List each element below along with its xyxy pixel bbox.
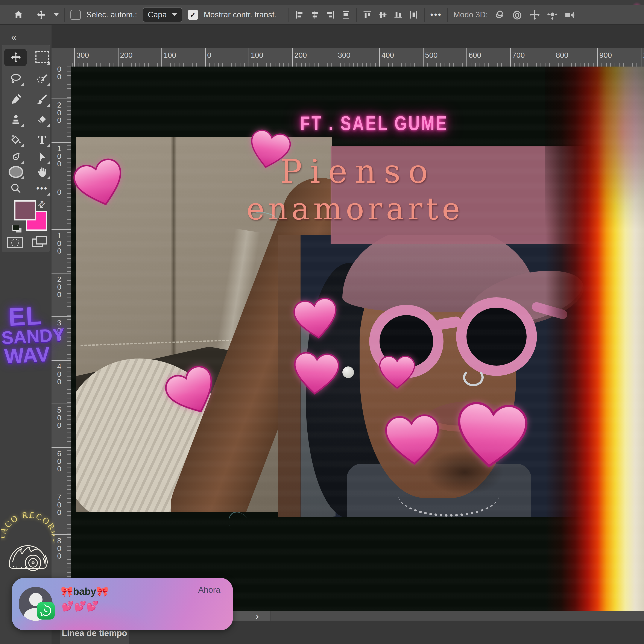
sunglasses-right-lens <box>456 297 537 376</box>
ruler-label: 200 <box>120 51 132 59</box>
ruler-tick <box>52 316 71 317</box>
horizontal-ruler[interactable]: 3002001000100200300400500600700800900100… <box>71 48 644 67</box>
type-tool[interactable]: T <box>34 132 50 148</box>
quick-mask-mode-button[interactable] <box>7 237 23 248</box>
ruler-label: 100 <box>164 51 176 59</box>
ruler-tick <box>466 48 467 67</box>
ruler-tick <box>52 229 71 230</box>
ruler-label: 1 0 0 <box>55 232 64 255</box>
swap-colors-icon[interactable]: ⇄ <box>35 198 48 211</box>
collapse-toolbar-button[interactable]: « <box>11 31 15 43</box>
ruler-label: 6 0 0 <box>55 450 64 473</box>
scratch-mark <box>224 508 254 541</box>
distribute-vertical-centers-icon[interactable] <box>341 10 351 20</box>
align-left-edges-icon[interactable] <box>295 10 304 20</box>
auto-select-label: Selec. autom.: <box>86 10 137 19</box>
auto-select-checkbox[interactable] <box>70 10 81 20</box>
clone-stamp-tool[interactable] <box>8 111 24 128</box>
divider <box>64 8 65 22</box>
home-icon[interactable] <box>13 9 24 20</box>
eraser-tool[interactable] <box>34 111 50 128</box>
brush-tool[interactable] <box>34 91 50 108</box>
align-right-edges-icon[interactable] <box>325 10 335 20</box>
pan-3d-icon[interactable] <box>529 9 541 21</box>
shape-ellipse-tool[interactable] <box>8 164 24 180</box>
canvas-workspace[interactable]: FT . SAEL GUME Pienso enamorarte <box>71 67 644 611</box>
ruler-tick <box>74 48 75 67</box>
pearl-earring <box>342 366 354 378</box>
slide-3d-icon[interactable] <box>546 9 558 21</box>
lasso-tool[interactable] <box>8 71 24 87</box>
tool-options-bar: Selec. autom.: Capa ✓ Mostrar contr. tra… <box>0 5 644 25</box>
move-tool[interactable] <box>8 49 24 65</box>
align-bottom-edges-icon[interactable] <box>393 10 403 20</box>
ruler-label: 1000 <box>643 51 644 59</box>
default-colors-icon[interactable] <box>12 225 22 233</box>
ruler-label: 800 <box>556 51 568 59</box>
ruler-label: 8 0 0 <box>55 537 64 560</box>
ruler-tick <box>52 404 71 404</box>
check-icon: ✓ <box>190 11 196 19</box>
auto-select-target-value: Capa <box>148 10 167 19</box>
camera-3d-icon[interactable] <box>564 9 576 21</box>
ruler-label: 200 <box>294 51 307 59</box>
ruler-label: 2 0 0 <box>55 275 64 298</box>
ruler-tick <box>52 99 71 99</box>
document-tab-bar: × Pienso enamorarte – Sandy in the Lost … <box>52 25 644 48</box>
heart-sticker <box>453 399 530 471</box>
whatsapp-icon <box>37 602 55 620</box>
more-tools[interactable]: ••• <box>34 180 50 196</box>
distribute-horizontal-centers-icon[interactable] <box>409 10 419 20</box>
ruler-tick <box>52 491 71 491</box>
taco-records-sticker: TACO RECORDS <box>1 508 55 585</box>
whatsapp-notification[interactable]: 🎀baby🎀 💕💕💕 Ahora <box>12 578 233 630</box>
align-vertical-centers-icon[interactable] <box>378 10 388 20</box>
more-align-options-icon[interactable]: ••• <box>430 10 442 20</box>
auto-select-target-dropdown[interactable]: Capa <box>143 8 182 22</box>
show-transform-checkbox[interactable]: ✓ <box>188 10 198 20</box>
el-sandy-wav-sticker: EL SANDY WAV <box>0 303 52 366</box>
align-horizontal-centers-icon[interactable] <box>310 10 320 20</box>
chevron-down-icon[interactable] <box>54 13 59 16</box>
toolbar-panel: « <box>0 25 52 644</box>
ruler-label: 1 0 0 <box>55 145 64 168</box>
divider <box>424 8 425 22</box>
foreground-color-swatch[interactable] <box>14 200 36 220</box>
ruler-label: 5 0 0 <box>55 406 64 429</box>
eyedropper-tool[interactable] <box>8 91 24 108</box>
ruler-tick <box>205 48 206 67</box>
marquee-tool[interactable] <box>34 49 50 65</box>
path-select-tool[interactable] <box>34 149 50 165</box>
ruler-tick <box>510 48 511 67</box>
heart-sticker <box>384 412 442 467</box>
necklace <box>398 473 499 517</box>
move-tool-icon[interactable] <box>36 9 47 20</box>
ruler-tick <box>336 48 336 67</box>
status-bar-segment <box>270 611 644 621</box>
song-title-line2: enamorarte <box>246 191 464 226</box>
ruler-tick <box>161 48 162 67</box>
pen-tool[interactable] <box>8 149 24 165</box>
roll-3d-icon[interactable] <box>511 9 523 21</box>
ruler-label: 300 <box>76 51 89 59</box>
paint-bucket-tool[interactable] <box>8 132 24 148</box>
ruler-label: 0 <box>207 51 211 59</box>
chevron-down-icon <box>172 13 177 16</box>
ruler-tick <box>641 48 641 67</box>
ruler-label: 4 0 0 <box>55 363 64 386</box>
quick-selection-tool[interactable] <box>34 71 50 87</box>
screen-mode-button[interactable] <box>32 236 46 246</box>
ruler-tick <box>554 48 554 67</box>
mode3d-label: Modo 3D: <box>453 10 488 19</box>
zoom-tool[interactable] <box>8 180 24 196</box>
septum-ring <box>463 369 484 386</box>
film-burn-edge <box>545 67 644 611</box>
show-transform-label: Mostrar contr. transf. <box>204 10 276 19</box>
ruler-tick <box>423 48 424 67</box>
hand-tool[interactable] <box>34 164 50 180</box>
heart-sticker <box>292 351 340 397</box>
ruler-label: 0 <box>55 188 64 196</box>
orbit-3d-icon[interactable] <box>494 9 506 21</box>
ruler-label: 100 <box>251 51 263 59</box>
align-top-edges-icon[interactable] <box>362 10 372 20</box>
